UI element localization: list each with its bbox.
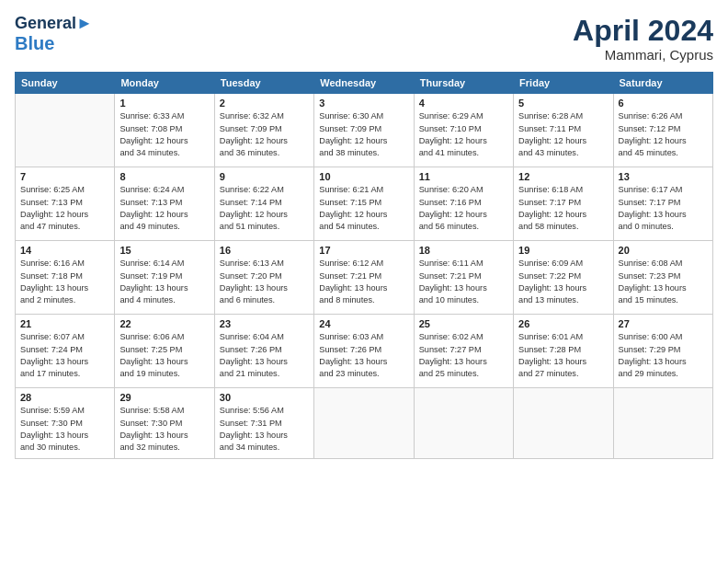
day-info: Sunrise: 6:24 AM Sunset: 7:13 PM Dayligh… [119, 184, 209, 233]
day-number: 21 [20, 318, 109, 329]
day-number: 25 [419, 318, 508, 329]
header-friday: Friday [514, 73, 613, 94]
logo-blue: Blue [15, 33, 93, 53]
table-row: 18Sunrise: 6:11 AM Sunset: 7:21 PM Dayli… [414, 241, 513, 315]
table-row: 7Sunrise: 6:25 AM Sunset: 7:13 PM Daylig… [16, 167, 115, 241]
day-info: Sunrise: 6:32 AM Sunset: 7:09 PM Dayligh… [220, 110, 309, 159]
header: General► Blue April 2024 Mammari, Cyprus [15, 15, 713, 63]
day-number: 14 [20, 245, 109, 256]
table-row: 10Sunrise: 6:21 AM Sunset: 7:15 PM Dayli… [314, 167, 414, 241]
day-info: Sunrise: 6:26 AM Sunset: 7:12 PM Dayligh… [619, 110, 708, 159]
day-number: 4 [419, 98, 508, 109]
day-info: Sunrise: 6:22 AM Sunset: 7:14 PM Dayligh… [220, 184, 309, 233]
day-number: 26 [518, 318, 608, 329]
day-number: 5 [518, 98, 608, 109]
day-info: Sunrise: 6:30 AM Sunset: 7:09 PM Dayligh… [319, 110, 408, 159]
month-title: April 2024 [573, 15, 713, 47]
day-info: Sunrise: 6:25 AM Sunset: 7:13 PM Dayligh… [20, 184, 109, 233]
day-number: 18 [419, 245, 508, 256]
day-number: 22 [119, 318, 209, 329]
day-number: 11 [419, 171, 508, 182]
day-info: Sunrise: 6:07 AM Sunset: 7:24 PM Dayligh… [20, 331, 109, 380]
table-row: 25Sunrise: 6:02 AM Sunset: 7:27 PM Dayli… [414, 315, 513, 388]
day-info: Sunrise: 6:13 AM Sunset: 7:20 PM Dayligh… [220, 258, 309, 306]
day-info: Sunrise: 5:58 AM Sunset: 7:30 PM Dayligh… [119, 405, 209, 454]
table-row: 3Sunrise: 6:30 AM Sunset: 7:09 PM Daylig… [314, 94, 414, 167]
day-info: Sunrise: 6:18 AM Sunset: 7:17 PM Dayligh… [518, 184, 608, 233]
table-row: 13Sunrise: 6:17 AM Sunset: 7:17 PM Dayli… [613, 167, 712, 241]
day-info: Sunrise: 6:03 AM Sunset: 7:26 PM Dayligh… [319, 331, 408, 380]
header-wednesday: Wednesday [314, 73, 414, 94]
table-row: 19Sunrise: 6:09 AM Sunset: 7:22 PM Dayli… [514, 241, 613, 315]
day-number: 1 [119, 98, 209, 109]
day-number: 29 [119, 392, 209, 403]
table-row: 9Sunrise: 6:22 AM Sunset: 7:14 PM Daylig… [214, 167, 313, 241]
day-number: 20 [619, 245, 708, 256]
table-row: 1Sunrise: 6:33 AM Sunset: 7:08 PM Daylig… [115, 94, 214, 167]
table-row: 15Sunrise: 6:14 AM Sunset: 7:19 PM Dayli… [115, 241, 214, 315]
day-info: Sunrise: 6:14 AM Sunset: 7:19 PM Dayligh… [119, 258, 209, 306]
day-number: 16 [220, 245, 309, 256]
day-number: 17 [319, 245, 408, 256]
calendar-table: Sunday Monday Tuesday Wednesday Thursday… [15, 72, 713, 458]
day-info: Sunrise: 6:06 AM Sunset: 7:25 PM Dayligh… [119, 331, 209, 380]
day-info: Sunrise: 6:11 AM Sunset: 7:21 PM Dayligh… [419, 258, 508, 306]
table-row: 5Sunrise: 6:28 AM Sunset: 7:11 PM Daylig… [514, 94, 613, 167]
table-row [314, 388, 414, 458]
day-number: 6 [619, 98, 708, 109]
day-number: 3 [319, 98, 408, 109]
header-sunday: Sunday [16, 73, 115, 94]
logo: General► Blue [15, 15, 93, 53]
table-row: 24Sunrise: 6:03 AM Sunset: 7:26 PM Dayli… [314, 315, 414, 388]
table-row: 14Sunrise: 6:16 AM Sunset: 7:18 PM Dayli… [16, 241, 115, 315]
table-row: 6Sunrise: 6:26 AM Sunset: 7:12 PM Daylig… [613, 94, 712, 167]
day-info: Sunrise: 6:02 AM Sunset: 7:27 PM Dayligh… [419, 331, 508, 380]
day-info: Sunrise: 5:59 AM Sunset: 7:30 PM Dayligh… [20, 405, 109, 454]
day-info: Sunrise: 6:17 AM Sunset: 7:17 PM Dayligh… [619, 184, 708, 233]
day-info: Sunrise: 6:01 AM Sunset: 7:28 PM Dayligh… [518, 331, 608, 380]
table-row [414, 388, 513, 458]
day-info: Sunrise: 6:12 AM Sunset: 7:21 PM Dayligh… [319, 258, 408, 306]
table-row [514, 388, 613, 458]
day-info: Sunrise: 6:28 AM Sunset: 7:11 PM Dayligh… [518, 110, 608, 159]
table-row: 23Sunrise: 6:04 AM Sunset: 7:26 PM Dayli… [214, 315, 313, 388]
day-info: Sunrise: 6:33 AM Sunset: 7:08 PM Dayligh… [119, 110, 209, 159]
table-row [613, 388, 712, 458]
day-number: 15 [119, 245, 209, 256]
day-number: 2 [220, 98, 309, 109]
day-number: 8 [119, 171, 209, 182]
table-row: 20Sunrise: 6:08 AM Sunset: 7:23 PM Dayli… [613, 241, 712, 315]
calendar-week-1: 1Sunrise: 6:33 AM Sunset: 7:08 PM Daylig… [16, 94, 713, 167]
day-number: 23 [220, 318, 309, 329]
day-number: 19 [518, 245, 608, 256]
day-number: 13 [619, 171, 708, 182]
table-row: 8Sunrise: 6:24 AM Sunset: 7:13 PM Daylig… [115, 167, 214, 241]
table-row: 16Sunrise: 6:13 AM Sunset: 7:20 PM Dayli… [214, 241, 313, 315]
logo-text: General► [15, 15, 93, 33]
table-row: 26Sunrise: 6:01 AM Sunset: 7:28 PM Dayli… [514, 315, 613, 388]
day-number: 27 [619, 318, 708, 329]
day-info: Sunrise: 6:04 AM Sunset: 7:26 PM Dayligh… [220, 331, 309, 380]
day-info: Sunrise: 6:21 AM Sunset: 7:15 PM Dayligh… [319, 184, 408, 233]
calendar-week-3: 14Sunrise: 6:16 AM Sunset: 7:18 PM Dayli… [16, 241, 713, 315]
table-row: 2Sunrise: 6:32 AM Sunset: 7:09 PM Daylig… [214, 94, 313, 167]
page: General► Blue April 2024 Mammari, Cyprus… [0, 0, 728, 563]
header-thursday: Thursday [414, 73, 513, 94]
header-tuesday: Tuesday [214, 73, 313, 94]
table-row: 28Sunrise: 5:59 AM Sunset: 7:30 PM Dayli… [16, 388, 115, 458]
day-number: 10 [319, 171, 408, 182]
table-row: 29Sunrise: 5:58 AM Sunset: 7:30 PM Dayli… [115, 388, 214, 458]
day-info: Sunrise: 6:16 AM Sunset: 7:18 PM Dayligh… [20, 258, 109, 306]
day-info: Sunrise: 6:29 AM Sunset: 7:10 PM Dayligh… [419, 110, 508, 159]
weekday-header-row: Sunday Monday Tuesday Wednesday Thursday… [16, 73, 713, 94]
day-info: Sunrise: 5:56 AM Sunset: 7:31 PM Dayligh… [220, 405, 309, 454]
table-row [16, 94, 115, 167]
day-number: 30 [220, 392, 309, 403]
location-title: Mammari, Cyprus [573, 47, 713, 63]
table-row: 21Sunrise: 6:07 AM Sunset: 7:24 PM Dayli… [16, 315, 115, 388]
table-row: 30Sunrise: 5:56 AM Sunset: 7:31 PM Dayli… [214, 388, 313, 458]
day-info: Sunrise: 6:00 AM Sunset: 7:29 PM Dayligh… [619, 331, 708, 380]
table-row: 11Sunrise: 6:20 AM Sunset: 7:16 PM Dayli… [414, 167, 513, 241]
day-number: 9 [220, 171, 309, 182]
table-row: 12Sunrise: 6:18 AM Sunset: 7:17 PM Dayli… [514, 167, 613, 241]
